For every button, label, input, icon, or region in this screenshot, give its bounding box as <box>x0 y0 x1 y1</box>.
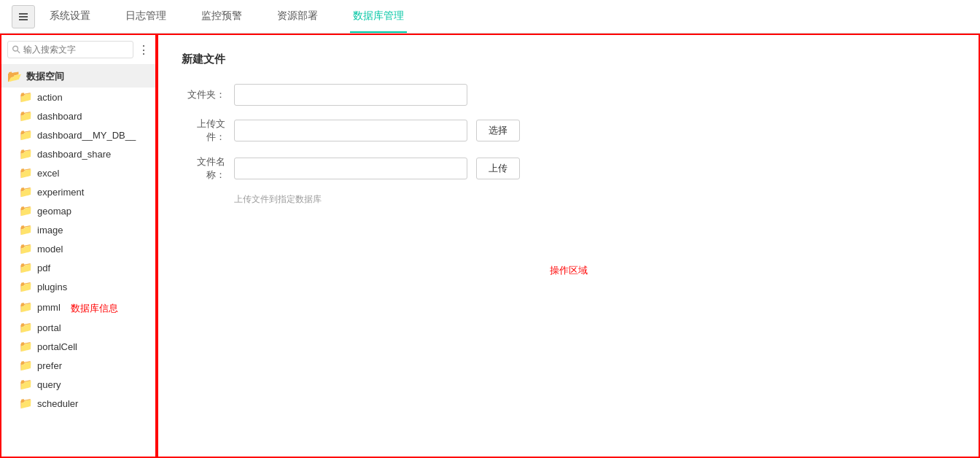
tree-item-pdf[interactable]: 📁 pdf <box>1 258 155 277</box>
svg-rect-1 <box>19 16 28 18</box>
form-row-filename: 文件名称： 上传 <box>182 155 955 182</box>
select-button[interactable]: 选择 <box>476 120 520 141</box>
nav-tabs: 系统设置 日志管理 监控预警 资源部署 数据库管理 <box>47 0 407 33</box>
folder-icon-excel: 📁 <box>19 166 33 179</box>
content-area: 新建文件 文件夹： 上传文件： 选择 文件名称： 上传 上传文件到指定数据库 <box>157 34 980 458</box>
folder-icon-prefer: 📁 <box>19 359 33 372</box>
folder-icon-model: 📁 <box>19 242 33 255</box>
filename-label: 文件名称： <box>182 155 225 182</box>
tree-item-action[interactable]: 📁 action <box>1 88 155 106</box>
sidebar-menu-icon[interactable]: ⋮ <box>138 43 149 57</box>
annotation-op-area: 操作区域 <box>182 264 955 277</box>
filename-input[interactable] <box>234 158 467 179</box>
annotation-db-info: 数据库信息 <box>71 302 118 315</box>
upload-file-input[interactable] <box>234 120 467 141</box>
tree-item-portal[interactable]: 📁 portal <box>1 318 155 337</box>
folder-icon-geomap: 📁 <box>19 204 33 217</box>
search-box[interactable] <box>7 41 133 58</box>
tree-item-plugins[interactable]: 📁 plugins <box>1 277 155 296</box>
tree-item-dashboard-share[interactable]: 📁 dashboard_share <box>1 144 155 163</box>
tab-monitor-alert[interactable]: 监控预警 <box>198 0 245 33</box>
folder-input[interactable] <box>234 84 467 106</box>
tree-item-dashboard[interactable]: 📁 dashboard <box>1 106 155 125</box>
new-file-form: 文件夹： 上传文件： 选择 文件名称： 上传 上传文件到指定数据库 <box>182 84 955 206</box>
sidebar-tree: 📂 数据空间 📁 action 📁 dashboard 📁 dashboard_… <box>1 65 155 457</box>
sidebar-search-bar: ⋮ <box>1 35 155 65</box>
tab-database-management[interactable]: 数据库管理 <box>350 0 407 33</box>
search-icon <box>12 45 20 54</box>
folder-icon-image: 📁 <box>19 223 33 236</box>
folder-icon-portalcell: 📁 <box>19 340 33 353</box>
tab-system-settings[interactable]: 系统设置 <box>47 0 93 33</box>
form-hint: 上传文件到指定数据库 <box>182 193 955 206</box>
tree-root-dataspace[interactable]: 📂 数据空间 <box>1 65 155 88</box>
top-nav: 系统设置 日志管理 监控预警 资源部署 数据库管理 <box>0 0 980 34</box>
folder-icon-pdf: 📁 <box>19 261 33 274</box>
tree-item-excel[interactable]: 📁 excel <box>1 163 155 182</box>
tree-item-experiment[interactable]: 📁 experiment <box>1 182 155 201</box>
folder-icon-dashboard-share: 📁 <box>19 147 33 160</box>
svg-line-4 <box>18 50 20 53</box>
folder-icon-experiment: 📁 <box>19 185 33 198</box>
folder-icon-portal: 📁 <box>19 321 33 334</box>
svg-rect-0 <box>19 13 28 15</box>
tree-root-label: 数据空间 <box>26 70 64 83</box>
upload-file-label: 上传文件： <box>182 117 225 144</box>
tree-item-model[interactable]: 📁 model <box>1 239 155 258</box>
tab-resource-deploy[interactable]: 资源部署 <box>274 0 321 33</box>
search-input[interactable] <box>23 44 128 55</box>
tree-item-portalcell[interactable]: 📁 portalCell <box>1 337 155 356</box>
folder-icon-root: 📂 <box>7 69 22 83</box>
tab-log-management[interactable]: 日志管理 <box>122 0 169 33</box>
form-row-upload-file: 上传文件： 选择 <box>182 117 955 144</box>
sidebar: ⋮ 📂 数据空间 📁 action 📁 dashboard 📁 dashboar… <box>0 34 157 458</box>
folder-icon-dashboard: 📁 <box>19 109 33 123</box>
tree-item-prefer[interactable]: 📁 prefer <box>1 356 155 375</box>
tree-item-image[interactable]: 📁 image <box>1 220 155 239</box>
tree-item-geomap[interactable]: 📁 geomap <box>1 201 155 220</box>
upload-button[interactable]: 上传 <box>476 158 520 179</box>
tree-item-dashboard-mydb[interactable]: 📁 dashboard__MY_DB__ <box>1 125 155 144</box>
folder-icon-dashboard-mydb: 📁 <box>19 128 33 141</box>
folder-icon-pmml: 📁 <box>19 300 33 314</box>
folder-icon-query: 📁 <box>19 378 33 391</box>
tree-item-scheduler[interactable]: 📁 scheduler <box>1 394 155 413</box>
form-row-folder: 文件夹： <box>182 84 955 106</box>
main-layout: ⋮ 📂 数据空间 📁 action 📁 dashboard 📁 dashboar… <box>0 34 980 458</box>
folder-icon-action: 📁 <box>19 90 33 104</box>
folder-icon-plugins: 📁 <box>19 280 33 293</box>
section-title: 新建文件 <box>182 53 955 66</box>
tree-item-query[interactable]: 📁 query <box>1 375 155 394</box>
folder-icon-scheduler: 📁 <box>19 397 33 410</box>
nav-dropdown-btn[interactable] <box>12 5 35 28</box>
svg-rect-2 <box>19 19 28 20</box>
folder-label: 文件夹： <box>182 88 225 101</box>
tree-item-pmml[interactable]: 📁 pmml 数据库信息 <box>1 296 155 318</box>
svg-point-3 <box>13 46 18 51</box>
